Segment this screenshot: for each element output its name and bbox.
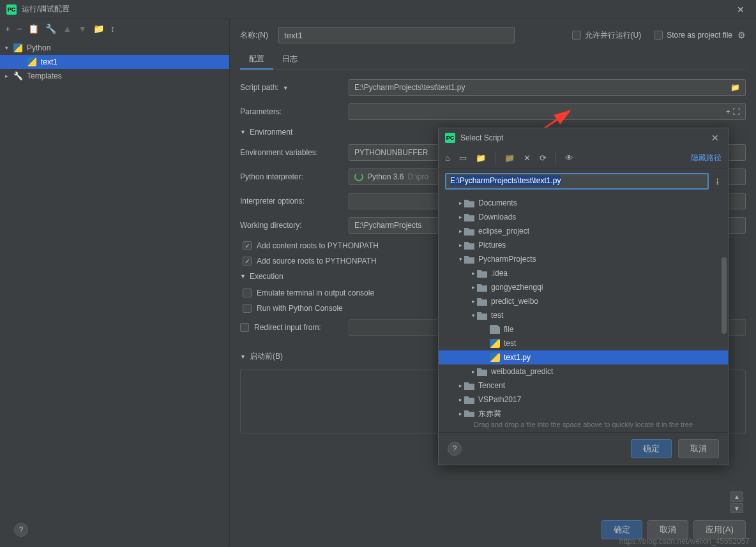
desktop-icon[interactable]: ▭ <box>459 153 467 163</box>
pycharm-icon: PC <box>445 133 455 143</box>
tree-item-label: PycharmProjects <box>478 255 536 264</box>
close-icon[interactable]: ✕ <box>709 133 722 143</box>
tree-label: text1 <box>41 57 57 66</box>
tree-item-label: 东赤冀 <box>478 408 501 417</box>
py-icon <box>490 339 500 348</box>
history-icon[interactable]: ⭳ <box>714 177 722 186</box>
tree-item[interactable]: ▸Downloads <box>439 210 728 224</box>
scroll-up-icon[interactable]: ▲ <box>730 491 743 502</box>
tree-item[interactable]: ▾test <box>439 308 728 322</box>
plus-icon[interactable]: + ⛶ <box>726 107 740 116</box>
arrow-icon: ▸ <box>469 270 477 276</box>
arrow-icon: ▸ <box>457 396 464 403</box>
watermark: https://blog.csdn.net/weixin_45652057 <box>619 537 750 546</box>
tree-item[interactable]: file <box>439 322 728 336</box>
scroll-arrows: ▲ ▼ <box>730 491 743 513</box>
parameters-label: Parameters: <box>240 107 349 116</box>
folder-icon <box>464 213 474 221</box>
tab-logs[interactable]: 日志 <box>273 50 306 70</box>
tree-item-label: weibodata_predict <box>491 367 553 376</box>
chevron-down-icon: ▼ <box>240 129 246 135</box>
chevron-down-icon[interactable]: ▼ <box>283 85 289 91</box>
checkbox-icon[interactable] <box>243 257 252 266</box>
checkbox-icon[interactable] <box>240 323 249 332</box>
dialog-title: Select Script <box>460 133 709 142</box>
folder-icon <box>477 269 487 278</box>
up-icon[interactable]: ▲ <box>63 24 72 34</box>
project-icon[interactable]: 📁 <box>476 153 486 163</box>
new-folder-icon[interactable]: 📁 <box>504 153 515 163</box>
sort-icon[interactable]: ↕ <box>110 24 115 34</box>
arrow-icon: ▸ <box>469 298 477 304</box>
file-tree[interactable]: ▸Documents▸Downloads▸eclipse_project▸Pic… <box>439 193 728 417</box>
browse-icon[interactable]: 📁 <box>730 83 740 92</box>
dialog-ok-button[interactable]: 确定 <box>631 439 672 458</box>
dialog-titlebar: PC Select Script ✕ <box>439 128 728 147</box>
titlebar: PC 运行/调试配置 ✕ <box>0 0 756 19</box>
allow-parallel-option[interactable]: 允许并行运行(U) <box>572 30 642 41</box>
parameters-input[interactable]: + ⛶ <box>349 103 746 120</box>
tree-item[interactable]: ▸Documents <box>439 196 728 210</box>
arrow-icon: ▸ <box>457 410 464 417</box>
tree-item[interactable]: test <box>439 336 728 350</box>
checkbox-icon[interactable] <box>243 241 252 250</box>
redirect-input-label: Redirect input from: <box>254 323 349 332</box>
scroll-down-icon[interactable]: ▼ <box>730 503 743 513</box>
tree-item[interactable]: ▸gongyezhengqi <box>439 280 728 294</box>
tree-item[interactable]: ▸eclipse_project <box>439 224 728 238</box>
show-hidden-icon[interactable]: 👁 <box>565 153 573 163</box>
delete-icon[interactable]: ✕ <box>524 153 531 163</box>
tree-item[interactable]: ▸VSPath2017 <box>439 393 728 407</box>
tree-item-label: VSPath2017 <box>478 395 521 404</box>
tree-item[interactable]: ▸Tencent <box>439 378 728 393</box>
home-icon[interactable]: ⌂ <box>445 153 450 163</box>
refresh-icon[interactable]: ⟳ <box>540 153 547 163</box>
folder-icon[interactable]: 📁 <box>93 24 104 34</box>
chevron-down-icon: ▼ <box>240 354 246 360</box>
down-icon[interactable]: ▼ <box>78 24 87 34</box>
add-icon[interactable]: + <box>5 24 10 34</box>
tree-item-label: .idea <box>491 269 508 278</box>
tab-config[interactable]: 配置 <box>240 50 273 70</box>
python-icon <box>13 43 23 53</box>
folder-icon <box>477 283 487 292</box>
help-button[interactable]: ? <box>14 523 28 537</box>
close-icon[interactable]: ✕ <box>732 2 750 17</box>
pycharm-icon: PC <box>6 4 17 15</box>
tree-item[interactable]: ▸东赤冀 <box>439 407 728 417</box>
script-path-input[interactable]: E:\PycharmProjects\test\text1.py 📁 <box>349 79 746 96</box>
name-label: 名称:(N) <box>240 30 278 41</box>
tree-item[interactable]: ▸Pictures <box>439 238 728 252</box>
help-button[interactable]: ? <box>448 442 462 456</box>
wrench-icon[interactable]: 🔧 <box>45 24 56 34</box>
path-input[interactable]: E:\PycharmProjects\test\text1.py <box>445 173 709 190</box>
checkbox-icon[interactable] <box>243 304 252 313</box>
checkbox-icon[interactable] <box>243 288 252 297</box>
arrow-icon: ▸ <box>457 214 464 220</box>
env-vars-label: Environment variables: <box>240 148 349 157</box>
tree-item[interactable]: text1.py <box>439 350 728 364</box>
gear-icon[interactable]: ⚙ <box>737 30 746 40</box>
checkbox-icon[interactable] <box>654 31 663 40</box>
tree-python[interactable]: ▾ Python <box>0 41 229 55</box>
name-input[interactable] <box>278 27 515 43</box>
remove-icon[interactable]: − <box>17 24 22 34</box>
folder-icon <box>464 241 474 250</box>
tree-item[interactable]: ▾PycharmProjects <box>439 252 728 266</box>
interp-opts-label: Interpreter options: <box>240 197 349 206</box>
tree-templates[interactable]: ▸ Templates <box>0 69 229 83</box>
copy-icon[interactable]: 📋 <box>28 24 39 34</box>
file-icon <box>490 325 500 334</box>
tabs: 配置 日志 <box>240 50 746 70</box>
arrow-icon: ▸ <box>457 382 464 389</box>
checkbox-icon[interactable] <box>572 31 581 40</box>
tree-item[interactable]: ▸.idea <box>439 266 728 280</box>
hide-path-link[interactable]: 隐藏路径 <box>691 153 722 163</box>
arrow-icon: ▸ <box>457 228 464 234</box>
tree-text1[interactable]: text1 <box>0 55 229 69</box>
tree-item[interactable]: ▸weibodata_predict <box>439 364 728 378</box>
store-project-option[interactable]: Store as project file <box>654 31 732 40</box>
tree-item[interactable]: ▸predict_weibo <box>439 294 728 308</box>
dialog-cancel-button[interactable]: 取消 <box>678 439 719 458</box>
loading-icon <box>354 172 363 181</box>
